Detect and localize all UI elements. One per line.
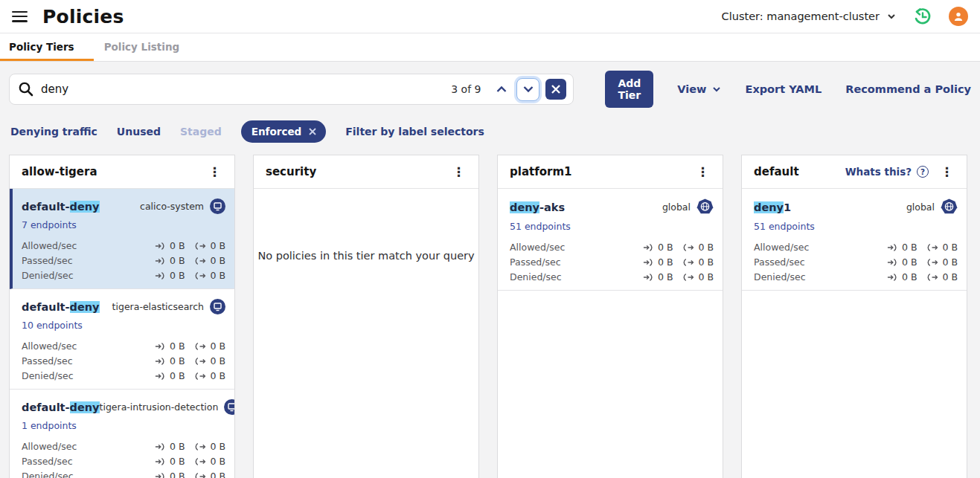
search-input[interactable] <box>41 83 451 96</box>
egress-icon <box>195 271 206 280</box>
top-bar: Policies Cluster: management-cluster <box>0 0 980 33</box>
stat-row: Denied/sec 0 B 0 B <box>22 370 225 381</box>
remove-filter-icon[interactable] <box>308 127 317 136</box>
stat-row: Denied/sec 0 B 0 B <box>510 271 714 282</box>
endpoints-link[interactable]: 10 endpoints <box>22 320 83 331</box>
tier-menu-icon[interactable]: ⋮ <box>694 164 712 180</box>
chevron-down-icon <box>887 12 896 21</box>
search-next-button[interactable] <box>516 78 539 101</box>
empty-tier-message: No policies in this tier match your quer… <box>254 189 478 262</box>
egress-icon <box>927 243 938 252</box>
cluster-selector-label: Cluster: management-cluster <box>722 10 880 22</box>
tier-title: allow-tigera <box>22 165 205 178</box>
ingress-icon <box>155 472 166 478</box>
ingress-icon <box>887 258 898 267</box>
egress-icon <box>195 372 206 381</box>
stat-row: Passed/sec 0 B 0 B <box>22 355 225 366</box>
policy-scope: tigera-elasticsearch <box>112 299 225 314</box>
policy-scope: global <box>662 198 714 216</box>
stat-row: Passed/sec 0 B 0 B <box>22 255 225 266</box>
ingress-icon <box>155 342 166 351</box>
ingress-icon <box>643 273 654 282</box>
endpoints-link[interactable]: 51 endpoints <box>510 221 571 232</box>
ingress-icon <box>155 271 166 280</box>
egress-icon <box>927 273 938 282</box>
tab-bar: Policy Tiers Policy Listing <box>0 33 980 62</box>
tab-policy-tiers[interactable]: Policy Tiers <box>0 33 94 61</box>
filter-unused[interactable]: Unused <box>117 126 161 138</box>
search-highlight: deny <box>70 301 100 313</box>
endpoints-link[interactable]: 1 endpoints <box>22 420 77 431</box>
policy-card[interactable]: default-deny calico-system 7 endpoints A… <box>10 189 234 289</box>
namespace-icon <box>210 198 225 214</box>
tier-menu-icon[interactable]: ⋮ <box>449 164 468 180</box>
ingress-icon <box>155 256 166 265</box>
tier-board: allow-tigera ⋮ default-deny calico-syste… <box>9 155 971 478</box>
ingress-icon <box>155 457 166 466</box>
tab-policy-listing[interactable]: Policy Listing <box>94 33 190 61</box>
tier-title: security <box>266 165 449 178</box>
global-icon <box>696 198 714 216</box>
egress-icon <box>195 457 206 466</box>
ingress-icon <box>643 243 654 252</box>
filter-denying-traffic[interactable]: Denying traffic <box>10 126 97 138</box>
stat-row: Allowed/sec 0 B 0 B <box>22 240 225 251</box>
search-match-counter: 3 of 9 <box>451 83 481 95</box>
view-dropdown[interactable]: View <box>677 83 721 95</box>
hamburger-menu-icon[interactable] <box>12 11 28 22</box>
policy-scope: global <box>906 198 958 216</box>
stat-row: Allowed/sec 0 B 0 B <box>22 441 225 452</box>
filter-staged[interactable]: Staged <box>180 126 222 138</box>
policy-scope: tigera-intrusion-detection <box>100 399 235 415</box>
filter-label-selectors[interactable]: Filter by label selectors <box>345 126 484 138</box>
search-icon <box>17 80 35 98</box>
export-yaml-button[interactable]: Export YAML <box>745 83 822 95</box>
namespace-icon <box>210 299 225 314</box>
egress-icon <box>195 256 206 265</box>
user-avatar-icon[interactable] <box>949 7 968 26</box>
stat-row: Passed/sec 0 B 0 B <box>754 256 958 268</box>
policy-card[interactable]: deny1 global 51 endpoints Allowed/sec 0 … <box>742 189 967 291</box>
search-close-button[interactable] <box>545 79 566 100</box>
ingress-icon <box>155 372 166 381</box>
policy-card[interactable]: deny-aks global 51 endpoints Allowed/sec… <box>498 189 723 291</box>
filter-row: Denying traffic Unused Staged Enforced F… <box>9 120 971 143</box>
endpoints-link[interactable]: 7 endpoints <box>22 219 77 230</box>
search-highlight: deny <box>510 201 539 213</box>
stat-row: Passed/sec 0 B 0 B <box>22 456 225 467</box>
ingress-icon <box>887 243 898 252</box>
whats-this-link[interactable]: Whats this? ? <box>845 166 929 178</box>
history-icon[interactable] <box>912 7 932 27</box>
search-highlight: deny <box>754 201 784 213</box>
egress-icon <box>195 342 206 351</box>
page-title: Policies <box>42 6 124 28</box>
search-prev-button[interactable] <box>491 82 512 97</box>
tier-menu-icon[interactable]: ⋮ <box>205 164 224 180</box>
namespace-icon <box>224 399 235 415</box>
tier-column-platform1: platform1 ⋮ deny-aks global 51 endpoints… <box>497 155 723 478</box>
chevron-down-icon <box>712 85 721 94</box>
tier-menu-icon[interactable]: ⋮ <box>938 164 956 180</box>
recommend-policy-button[interactable]: Recommend a Policy <box>845 83 971 95</box>
egress-icon <box>195 472 206 478</box>
stat-row: Allowed/sec 0 B 0 B <box>22 340 225 352</box>
filter-enforced-pill[interactable]: Enforced <box>241 120 326 143</box>
policy-name: default-deny <box>22 201 100 213</box>
endpoints-link[interactable]: 51 endpoints <box>754 221 815 232</box>
add-tier-button[interactable]: Add Tier <box>605 71 653 108</box>
ingress-icon <box>887 273 898 282</box>
view-dropdown-label: View <box>677 83 706 95</box>
help-icon: ? <box>917 166 929 178</box>
stat-row: Denied/sec 0 B 0 B <box>22 270 225 281</box>
policy-card[interactable]: default-deny tigera-elasticsearch 10 end… <box>10 289 234 390</box>
search-bar: 3 of 9 <box>9 74 574 105</box>
ingress-icon <box>155 442 166 451</box>
egress-icon <box>927 258 938 267</box>
policy-name: default-deny <box>22 401 100 413</box>
policy-card[interactable]: default-deny tigera-intrusion-detection … <box>10 390 234 478</box>
egress-icon <box>683 258 694 267</box>
ingress-icon <box>155 357 166 366</box>
cluster-selector[interactable]: Cluster: management-cluster <box>722 10 896 22</box>
policy-scope: calico-system <box>140 198 225 214</box>
egress-icon <box>195 242 206 251</box>
